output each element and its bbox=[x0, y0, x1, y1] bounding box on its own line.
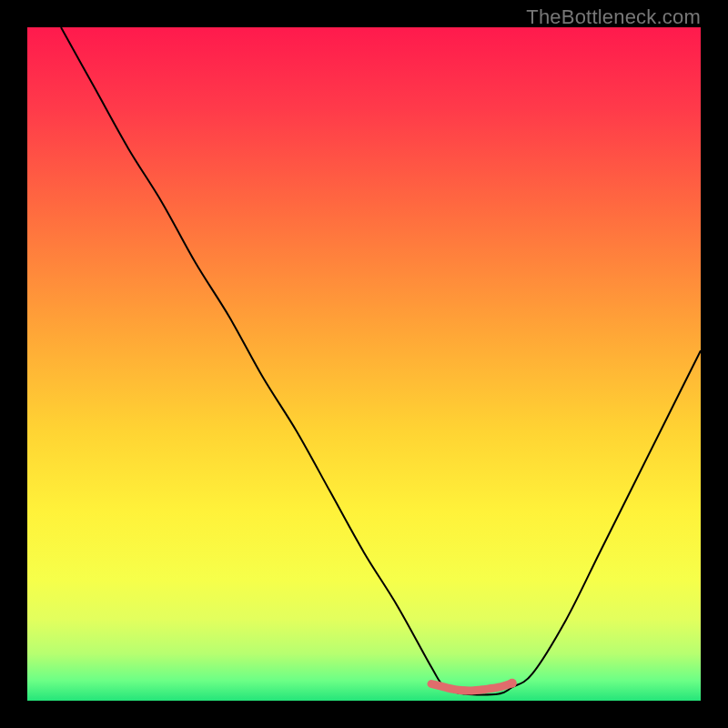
bottleneck-curve bbox=[61, 27, 701, 695]
plot-area bbox=[27, 27, 701, 701]
valley-end-dot bbox=[508, 679, 517, 688]
chart-stage: TheBottleneck.com bbox=[0, 0, 728, 728]
watermark-text: TheBottleneck.com bbox=[526, 5, 701, 29]
valley-marker-line bbox=[431, 683, 512, 691]
curve-layer bbox=[27, 27, 701, 701]
